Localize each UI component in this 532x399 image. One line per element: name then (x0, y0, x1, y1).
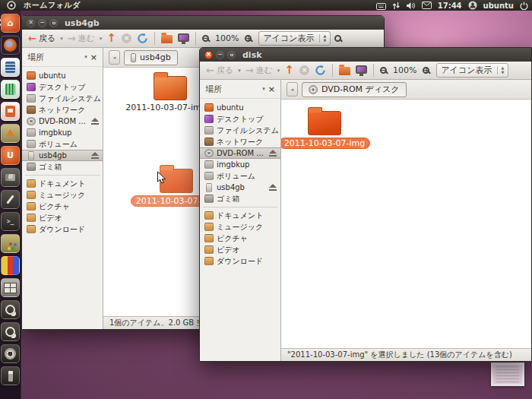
places-icon[interactable] (7, 1, 16, 10)
stop-button[interactable]: × (298, 65, 311, 76)
sidebar-item-videos[interactable]: ビデオ (22, 212, 103, 223)
eject-button[interactable] (269, 150, 277, 157)
sidebar-item-music[interactable]: ミュージック (22, 189, 103, 201)
close-button[interactable]: × (27, 19, 35, 27)
launcher-file-lens[interactable] (1, 322, 20, 341)
launcher-ubuntu-one[interactable]: U (1, 146, 20, 165)
sidebar-item-imgbkup[interactable]: imgbkup (200, 159, 280, 170)
username[interactable]: ubuntu (483, 2, 514, 10)
forward-history-dropdown[interactable]: ▾ (100, 36, 103, 42)
volume-icon[interactable] (406, 2, 416, 10)
sidebar-item-filesystem[interactable]: ファイルシステム (22, 93, 103, 104)
sidebar-item-pictures[interactable]: ピクチャ (22, 201, 103, 212)
search-button[interactable] (333, 34, 343, 43)
sidebar-item-volume[interactable]: ボリューム (22, 138, 103, 150)
view-mode-select[interactable]: アイコン表示▲▼ (258, 31, 331, 46)
zoom-in-button[interactable]: + (421, 66, 431, 74)
reload-button[interactable] (135, 32, 150, 45)
launcher-usb-drive[interactable] (1, 366, 20, 385)
back-history-dropdown[interactable]: ▾ (60, 36, 63, 42)
launcher-text-editor[interactable] (1, 190, 20, 209)
launcher-app-lens[interactable] (1, 300, 20, 319)
sidebar-item-videos[interactable]: ビデオ (200, 244, 280, 255)
sidebar-pane-dropdown[interactable]: ▾ (262, 86, 265, 92)
up-button[interactable]: ↑ (105, 32, 118, 45)
session-icon[interactable] (468, 1, 477, 10)
back-button[interactable]: ←戻る (27, 32, 57, 45)
breadcrumb-current-button[interactable]: usb4gb (124, 50, 178, 65)
sidebar-item-usb4gb[interactable]: usb4gb (200, 182, 280, 193)
launcher-libreoffice-calc[interactable] (1, 80, 20, 99)
sidebar-item-desktop[interactable]: デスクトップ (22, 81, 103, 93)
titlebar[interactable]: × − disk (200, 48, 531, 62)
sidebar-item-downloads[interactable]: ダウンロード (22, 223, 103, 235)
sidebar-pane-dropdown[interactable]: ▾ (84, 54, 87, 60)
launcher-screenshot[interactable] (1, 168, 20, 187)
breadcrumb-scroll-left-button[interactable]: ◂ (109, 50, 120, 65)
stop-button[interactable]: × (120, 33, 133, 44)
sidebar-item-dvdrom[interactable]: DVD-ROM ... (22, 116, 103, 127)
sidebar-item-trash[interactable]: ゴミ箱 (22, 161, 103, 173)
desktop-item[interactable] (491, 363, 524, 386)
forward-button[interactable]: →進む (244, 64, 274, 77)
zoom-out-button[interactable]: − (201, 34, 211, 43)
titlebar[interactable]: × − usb4gb (22, 16, 384, 30)
sidebar-item-network[interactable]: ネットワーク (200, 136, 280, 147)
launcher-firefox[interactable] (1, 36, 20, 55)
zoom-in-button[interactable]: + (243, 34, 253, 43)
sidebar-item-desktop[interactable]: デスクトップ (200, 113, 280, 125)
clock[interactable]: 17:44 (438, 2, 462, 10)
breadcrumb-current-button[interactable]: DVD-ROM ディスク (302, 82, 407, 97)
zoom-out-button[interactable]: − (378, 66, 388, 74)
maximize-button[interactable] (227, 51, 236, 59)
launcher-software-center[interactable] (1, 124, 20, 143)
forward-history-dropdown[interactable]: ▾ (277, 68, 280, 74)
sidebar-item-documents[interactable]: ドキュメント (200, 210, 280, 221)
sidebar-item-network[interactable]: ネットワーク (22, 104, 103, 116)
launcher-dvd[interactable] (1, 344, 20, 363)
launcher-terminal[interactable] (1, 212, 20, 231)
file-view[interactable]: 2011-10-03-07-img (281, 100, 531, 348)
mail-icon[interactable] (422, 2, 432, 9)
maximize-button[interactable] (49, 19, 58, 27)
sidebar-item-trash[interactable]: ゴミ箱 (200, 193, 280, 204)
up-button[interactable]: ↑ (283, 64, 296, 77)
sidebar-item-imgbkup[interactable]: imgbkup (22, 127, 103, 138)
sidebar-item-documents[interactable]: ドキュメント (22, 178, 103, 189)
sidebar-item-ubuntu[interactable]: ubuntu (200, 102, 280, 113)
launcher-libreoffice-impress[interactable] (1, 102, 20, 121)
power-icon[interactable] (520, 2, 528, 10)
file-item[interactable]: 2011-10-03-07-img (281, 106, 372, 149)
sidebar-item-dvdrom[interactable]: DVD-ROM ... (200, 147, 280, 159)
sidebar-close-button[interactable]: × (90, 52, 97, 62)
back-button[interactable]: ←戻る (204, 64, 235, 77)
close-button[interactable]: × (204, 51, 213, 59)
sidebar-item-music[interactable]: ミュージック (200, 221, 280, 233)
launcher-libreoffice-writer[interactable] (1, 58, 20, 77)
eject-button[interactable] (269, 184, 277, 191)
forward-button[interactable]: →進む (66, 32, 97, 45)
minimize-button[interactable]: − (38, 19, 46, 27)
back-history-dropdown[interactable]: ▾ (238, 68, 241, 74)
reload-button[interactable] (313, 64, 328, 77)
view-mode-select[interactable]: アイコン表示▲▼ (436, 63, 508, 78)
sidebar-item-pictures[interactable]: ピクチャ (200, 233, 280, 244)
sidebar-item-filesystem[interactable]: ファイルシステム (200, 125, 280, 136)
sidebar-item-usb4gb[interactable]: usb4gb (22, 150, 103, 161)
home-button[interactable] (337, 65, 352, 76)
minimize-button[interactable]: − (216, 51, 224, 59)
network-updown-icon[interactable] (392, 2, 400, 10)
computer-button[interactable] (176, 34, 191, 43)
keyboard-icon[interactable] (376, 2, 386, 10)
sidebar-item-volume[interactable]: ボリューム (200, 170, 280, 182)
launcher-workspace-switcher[interactable] (1, 278, 20, 297)
computer-button[interactable] (354, 66, 369, 74)
eject-button[interactable] (91, 118, 99, 125)
sidebar-item-downloads[interactable]: ダウンロード (200, 255, 280, 267)
breadcrumb-scroll-left-button[interactable]: ◂ (287, 82, 298, 97)
sidebar-close-button[interactable]: × (268, 84, 275, 94)
eject-button[interactable] (91, 152, 99, 159)
launcher-pencils[interactable] (1, 256, 20, 275)
launcher-paint[interactable] (1, 234, 20, 253)
launcher-home-folder[interactable]: ⌂ (1, 14, 20, 33)
